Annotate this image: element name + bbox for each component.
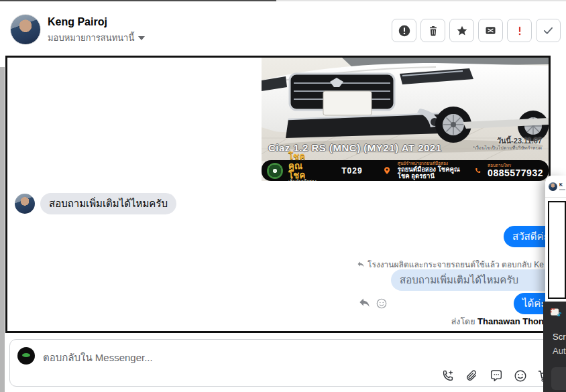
avatar — [549, 182, 557, 191]
dealer-brand-subtitle: เต็นท์รถมือสองที่ใหญ่ที่สุด — [288, 180, 319, 181]
mini-chat-frame — [548, 201, 566, 299]
star-icon — [455, 24, 469, 38]
important-exclamation-icon — [513, 24, 526, 38]
window-top-border-light — [276, 0, 566, 1]
add-call-icon — [441, 369, 455, 383]
emoji-button[interactable] — [512, 368, 528, 384]
mark-done-button[interactable] — [536, 19, 561, 42]
snipping-tool-panel[interactable]: Scr Aut — [543, 302, 566, 392]
checkmark-icon — [541, 23, 555, 38]
car-photo-attachment[interactable]: Ciaz 1.2 RS (MNC) (MY21) AT 2021 วันนี้-… — [262, 58, 549, 181]
sent-by-label: ส่งโดย — [451, 317, 475, 326]
smiley-icon — [513, 369, 528, 383]
report-icon — [397, 23, 412, 38]
location-name: รถยนต์มือสอง โชคคูณโชค อุดรธานี — [398, 166, 460, 180]
paperclip-icon — [465, 369, 479, 383]
promo-note: *เงื่อนไขเป็นไปตามที่บริษัทกำหนด — [473, 144, 542, 151]
mini-preview-window[interactable]: K — [545, 176, 566, 303]
composer-actions — [440, 368, 553, 384]
report-button[interactable] — [392, 19, 416, 42]
sent-by-name: Thanawan Thon — [477, 316, 544, 326]
chevron-down-icon — [138, 36, 145, 40]
phone-icon — [475, 166, 481, 176]
sent-by-line: ส่งโดย Thanawan Thon — [451, 315, 544, 328]
mini-subtitle-line — [559, 189, 565, 190]
trash-icon — [427, 24, 440, 38]
location-pin-icon — [384, 165, 390, 176]
assign-conversation-dropdown[interactable]: มอบหมายการสนทนานี้ — [48, 31, 145, 45]
reply-arrow-icon — [357, 261, 365, 269]
reply-input[interactable] — [43, 350, 418, 365]
mini-conversation-title: K — [559, 182, 563, 187]
conversation-toolbar — [392, 19, 561, 42]
page-avatar — [17, 347, 35, 365]
saved-replies-button[interactable] — [488, 368, 504, 384]
quoted-message-bubble[interactable]: สอบถามเพิ่มเติมได้ไหมครับ — [391, 269, 566, 291]
dealer-banner: โชคคูณโชค เต็นท์รถมือสองที่ใหญ่ที่สุด T0… — [262, 160, 549, 181]
phone-number: 0885577932 — [488, 168, 543, 178]
window-top-border — [0, 0, 276, 1]
incoming-message-bubble[interactable]: สอบถามเพิ่มเติมได้ไหมครับ — [40, 193, 176, 214]
comment-dots-icon — [489, 369, 504, 383]
stock-code: T029 — [341, 166, 362, 176]
message-hover-actions — [358, 297, 388, 310]
background-edge-strip — [0, 67, 5, 392]
divider — [545, 197, 566, 198]
assign-conversation-label: มอบหมายการสนทนานี้ — [48, 31, 134, 45]
panel-button[interactable] — [551, 367, 566, 390]
mark-unread-button[interactable] — [478, 19, 503, 42]
messenger-inbox-window: Keng Pairoj มอบหมายการสนทนานี้ — [0, 0, 566, 392]
dealer-brand: โชคคูณโชค — [288, 152, 319, 180]
star-button[interactable] — [449, 19, 474, 42]
envelope-x-icon — [484, 23, 498, 38]
panel-text-line2: Aut — [553, 346, 566, 356]
reply-icon[interactable] — [358, 297, 371, 310]
emoji-react-icon[interactable] — [376, 298, 388, 310]
add-call-button[interactable] — [440, 368, 456, 384]
panel-text-line1: Scr — [553, 332, 566, 342]
conversation-title[interactable]: Keng Pairoj — [48, 16, 107, 28]
avatar — [15, 194, 35, 214]
avatar[interactable] — [10, 14, 41, 45]
attach-button[interactable] — [464, 368, 480, 384]
mark-important-button[interactable] — [507, 19, 532, 42]
delete-button[interactable] — [420, 19, 445, 42]
snipping-tool-icon — [550, 307, 562, 319]
dealer-logo-icon — [267, 163, 283, 179]
